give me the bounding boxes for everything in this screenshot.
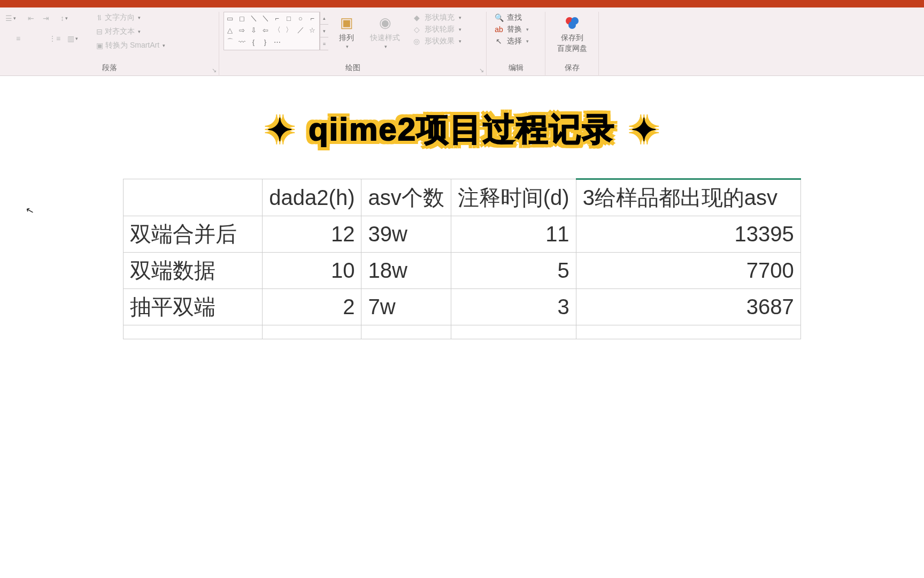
shapes-gallery[interactable]: ▭ ◻ ＼ ＼ ⌐ □ ○ ⌐ △ ⇨ ⇩ ⇦ 〈 〉 ／ ☆ ⌒ bbox=[224, 12, 328, 50]
smartart-icon: ▣ bbox=[96, 41, 103, 50]
ribbon: ☰▾ ⇤ ⇥ ↕▾ ≡ ⋮≡ ▥▾ ⥮ 文字方向 ▾ ⊟ bbox=[0, 7, 924, 76]
text-direction-button[interactable]: ⥮ 文字方向 ▾ bbox=[94, 12, 167, 24]
align-text-icon: ⊟ bbox=[96, 27, 103, 36]
save-to-baidu-button[interactable]: 保存到 百度网盘 bbox=[550, 12, 594, 55]
shape-connector-icon[interactable]: ⌐ bbox=[272, 13, 282, 24]
header-dada2: dada2(h) bbox=[263, 179, 361, 216]
cell-asv: 18w bbox=[361, 253, 451, 289]
shape-more-icon[interactable]: ⋯ bbox=[272, 36, 282, 47]
table-row: 双端合并后 12 39w 11 13395 bbox=[124, 216, 800, 253]
slide-title: qiime2项目过程记录 bbox=[309, 108, 615, 151]
numbering-button[interactable]: ⋮≡ bbox=[48, 32, 61, 45]
shape-outline-icon: ◇ bbox=[412, 25, 421, 34]
shape-l-icon[interactable]: ⌐ bbox=[307, 13, 318, 24]
arrange-button[interactable]: ▣ 排列 ▾ bbox=[332, 12, 361, 50]
shape-oval-icon[interactable]: ○ bbox=[295, 13, 306, 24]
table-row: 抽平双端 2 7w 3 3687 bbox=[124, 289, 800, 325]
increase-indent-button[interactable]: ⇥ bbox=[40, 12, 52, 25]
sparkle-left-icon: ✦ bbox=[261, 111, 299, 149]
shape-chev-r-icon[interactable]: 〉 bbox=[283, 25, 294, 35]
shape-arc-icon[interactable]: ⌒ bbox=[225, 36, 235, 47]
cell-asv: 39w bbox=[361, 216, 451, 253]
ribbon-group-paragraph: ☰▾ ⇤ ⇥ ↕▾ ≡ ⋮≡ ▥▾ ⥮ 文字方向 ▾ ⊟ bbox=[0, 12, 219, 76]
ribbon-group-drawing: ▭ ◻ ＼ ＼ ⌐ □ ○ ⌐ △ ⇨ ⇩ ⇦ 〈 〉 ／ ☆ ⌒ bbox=[219, 12, 487, 76]
group-label-save: 保存 bbox=[550, 63, 594, 74]
sparkle-right-icon: ✦ bbox=[625, 111, 663, 149]
quick-styles-button[interactable]: ◉ 快速样式 ▾ bbox=[365, 12, 405, 50]
replace-label: 替换 bbox=[507, 25, 522, 34]
arrange-label: 排列 bbox=[339, 33, 354, 43]
group-label-editing: 编辑 bbox=[491, 63, 541, 74]
select-button[interactable]: ↖ 选择 ▾ bbox=[491, 35, 541, 47]
shape-sl-icon[interactable]: ／ bbox=[295, 25, 306, 35]
decrease-indent-button[interactable]: ⇤ bbox=[25, 12, 37, 25]
shape-star-icon[interactable]: ☆ bbox=[307, 25, 318, 35]
gallery-more-icon[interactable]: ≡ bbox=[320, 37, 328, 50]
cell-asv: 7w bbox=[361, 289, 451, 325]
replace-button[interactable]: ab 替换 ▾ bbox=[491, 24, 541, 35]
baidu-netdisk-icon bbox=[563, 13, 582, 32]
shape-rect2-icon[interactable]: □ bbox=[283, 13, 294, 24]
align-text-label: 对齐文本 bbox=[105, 27, 135, 36]
row-label: 双端合并后 bbox=[124, 216, 263, 253]
text-direction-label: 文字方向 bbox=[105, 13, 135, 22]
cell-dada2: 2 bbox=[263, 289, 361, 325]
find-label: 查找 bbox=[507, 13, 522, 22]
group-label-paragraph: 段落 bbox=[4, 63, 214, 74]
shape-brace-l-icon[interactable]: { bbox=[248, 36, 259, 47]
gallery-up-icon[interactable]: ▴ bbox=[320, 12, 328, 25]
dialog-launcher-drawing-icon[interactable]: ↘ bbox=[479, 67, 484, 74]
cell-note-time: 5 bbox=[451, 253, 576, 289]
cell-note-time: 3 bbox=[451, 289, 576, 325]
columns-button[interactable]: ▥▾ bbox=[66, 32, 79, 45]
group-label-drawing: 绘图 bbox=[224, 63, 482, 74]
shape-chev-l-icon[interactable]: 〈 bbox=[272, 25, 282, 35]
shape-effects-button[interactable]: ◎ 形状效果 ▾ bbox=[409, 35, 465, 47]
shape-arrow-r-icon[interactable]: ⇨ bbox=[236, 25, 247, 35]
align-center-button[interactable]: ≡ bbox=[12, 32, 25, 45]
shape-tri-icon[interactable]: △ bbox=[225, 25, 235, 35]
quick-styles-label: 快速样式 bbox=[370, 33, 400, 43]
arrange-icon: ▣ bbox=[337, 13, 356, 32]
table-header-row: dada2(h) asv个数 注释时间(d) 3给样品都出现的asv bbox=[124, 179, 800, 216]
shape-outline-button[interactable]: ◇ 形状轮廓 ▾ bbox=[409, 24, 465, 35]
header-asv-count: asv个数 bbox=[361, 179, 451, 216]
slide-canvas: ↖ ✦ qiime2项目过程记录 ✦ dada2(h) asv个数 注释时间(d… bbox=[0, 76, 924, 578]
search-icon: 🔍 bbox=[494, 13, 504, 22]
row-label: 双端数据 bbox=[124, 253, 263, 289]
cell-asv3: 13395 bbox=[576, 216, 800, 253]
bullets-button[interactable]: ☰▾ bbox=[4, 12, 17, 25]
data-table: dada2(h) asv个数 注释时间(d) 3给样品都出现的asv 双端合并后… bbox=[123, 178, 800, 339]
gallery-down-icon[interactable]: ▾ bbox=[320, 25, 328, 37]
align-text-button[interactable]: ⊟ 对齐文本 ▾ bbox=[94, 26, 167, 37]
shape-effects-label: 形状效果 bbox=[425, 36, 455, 46]
shape-brace-r-icon[interactable]: } bbox=[260, 36, 271, 47]
text-direction-icon: ⥮ bbox=[96, 13, 103, 22]
cell-note-time: 11 bbox=[451, 216, 576, 253]
table-row: 双端数据 10 18w 5 7700 bbox=[124, 253, 800, 289]
ribbon-group-editing: 🔍 查找 ab 替换 ▾ ↖ 选择 ▾ 编辑 bbox=[487, 12, 545, 76]
baidu-netdisk-label: 百度网盘 bbox=[557, 44, 587, 54]
convert-smartart-button[interactable]: ▣ 转换为 SmartArt ▾ bbox=[94, 40, 167, 51]
shape-arrow-l-icon[interactable]: ⇦ bbox=[260, 25, 271, 35]
cell-asv3: 7700 bbox=[576, 253, 800, 289]
find-button[interactable]: 🔍 查找 bbox=[491, 12, 541, 24]
cell-dada2: 12 bbox=[263, 216, 361, 253]
svg-point-2 bbox=[568, 21, 576, 29]
shape-fill-button[interactable]: ◆ 形状填充 ▾ bbox=[409, 12, 465, 24]
dialog-launcher-icon[interactable]: ↘ bbox=[212, 67, 217, 74]
line-spacing-button[interactable]: ↕▾ bbox=[58, 12, 71, 25]
header-asv3: 3给样品都出现的asv bbox=[576, 179, 800, 216]
shape-callout-icon[interactable]: ◻ bbox=[236, 13, 247, 24]
shape-arrow-d-icon[interactable]: ⇩ bbox=[248, 25, 259, 35]
shape-line-icon[interactable]: ＼ bbox=[248, 13, 259, 24]
shape-line2-icon[interactable]: ＼ bbox=[260, 13, 271, 24]
replace-icon: ab bbox=[494, 25, 504, 34]
table-empty-row bbox=[124, 325, 800, 339]
select-label: 选择 bbox=[507, 36, 522, 46]
shape-curve-icon[interactable]: 〰 bbox=[236, 36, 247, 47]
save-to-label: 保存到 bbox=[561, 33, 583, 43]
shape-outline-label: 形状轮廓 bbox=[425, 25, 455, 34]
convert-smartart-label: 转换为 SmartArt bbox=[105, 41, 159, 50]
shape-rect-icon[interactable]: ▭ bbox=[225, 13, 235, 24]
